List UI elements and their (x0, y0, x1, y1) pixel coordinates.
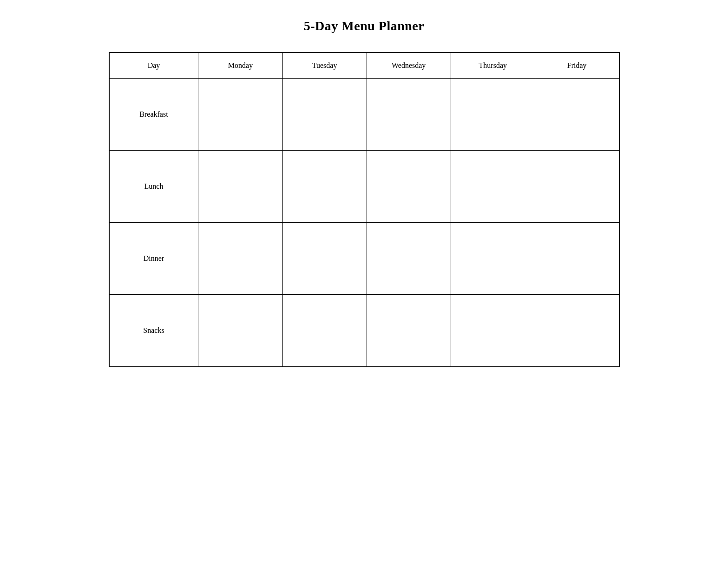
header-tuesday: Tuesday (282, 53, 367, 79)
cell-dinner-thursday[interactable] (451, 223, 535, 295)
cell-snacks-tuesday[interactable] (282, 295, 367, 367)
meal-label: Breakfast (109, 79, 198, 151)
cell-dinner-friday[interactable] (535, 223, 619, 295)
header-wednesday: Wednesday (367, 53, 451, 79)
table-row: Snacks (109, 295, 619, 367)
cell-dinner-monday[interactable] (198, 223, 282, 295)
header-row: Day Monday Tuesday Wednesday Thursday Fr… (109, 53, 619, 79)
meal-label: Lunch (109, 151, 198, 223)
header-thursday: Thursday (451, 53, 535, 79)
cell-snacks-monday[interactable] (198, 295, 282, 367)
cell-snacks-thursday[interactable] (451, 295, 535, 367)
header-friday: Friday (535, 53, 619, 79)
cell-breakfast-wednesday[interactable] (367, 79, 451, 151)
cell-lunch-friday[interactable] (535, 151, 619, 223)
meal-label: Dinner (109, 223, 198, 295)
table-row: Lunch (109, 151, 619, 223)
menu-planner-table: Day Monday Tuesday Wednesday Thursday Fr… (109, 52, 620, 367)
cell-lunch-thursday[interactable] (451, 151, 535, 223)
cell-breakfast-monday[interactable] (198, 79, 282, 151)
header-day: Day (109, 53, 198, 79)
page-title: 5-Day Menu Planner (304, 19, 424, 33)
cell-breakfast-friday[interactable] (535, 79, 619, 151)
header-monday: Monday (198, 53, 282, 79)
cell-lunch-monday[interactable] (198, 151, 282, 223)
table-row: Breakfast (109, 79, 619, 151)
meal-label: Snacks (109, 295, 198, 367)
cell-breakfast-tuesday[interactable] (282, 79, 367, 151)
cell-dinner-tuesday[interactable] (282, 223, 367, 295)
cell-snacks-wednesday[interactable] (367, 295, 451, 367)
cell-lunch-tuesday[interactable] (282, 151, 367, 223)
cell-lunch-wednesday[interactable] (367, 151, 451, 223)
cell-dinner-wednesday[interactable] (367, 223, 451, 295)
table-row: Dinner (109, 223, 619, 295)
cell-snacks-friday[interactable] (535, 295, 619, 367)
cell-breakfast-thursday[interactable] (451, 79, 535, 151)
